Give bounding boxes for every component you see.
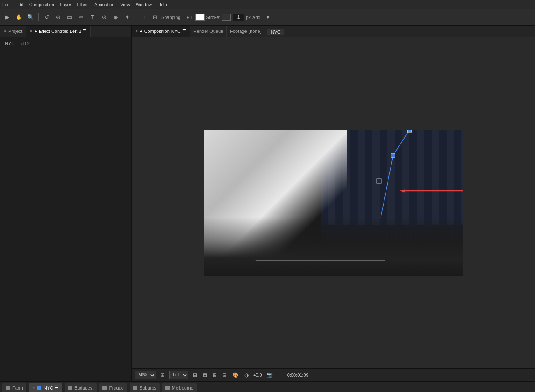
fill-label: Fill: xyxy=(187,15,194,20)
ruler-btn[interactable]: ⊟ xyxy=(221,372,228,378)
tab-composition[interactable]: ✕ ● Composition NYC ☰ xyxy=(132,26,190,37)
snapping-btn[interactable]: ⊟ xyxy=(150,12,160,22)
anchor-tool[interactable]: ⊕ xyxy=(53,12,63,22)
tl-tab-farm-label: Farm xyxy=(12,385,23,390)
tl-tab-melbourne-label: Melbourne xyxy=(172,385,193,390)
effect-controls-tab-subtitle: Left 2 xyxy=(70,29,81,34)
toolbar-sep-3 xyxy=(184,13,184,21)
left-panel: ✕ Project ✕ ● Effect Controls Left 2 ☰ N… xyxy=(0,26,132,381)
effect-controls-menu-icon[interactable]: ☰ xyxy=(83,28,87,34)
bottom-section: Farm ✕ NYC ☰ Budapest Prague Suburbs Mel… xyxy=(0,381,535,392)
toolbar: ▶ ✋ 🔍 ↺ ⊕ ▭ ✏ T ⊘ ◈ ✦ ◻ ⊟ Snapping Fill:… xyxy=(0,9,535,26)
timeline-tabs: Farm ✕ NYC ☰ Budapest Prague Suburbs Mel… xyxy=(0,382,535,392)
fill-color-swatch[interactable] xyxy=(195,14,205,21)
menu-edit[interactable]: Edit xyxy=(16,2,23,7)
render-queue-label: Render Queue xyxy=(193,29,223,34)
comp-tab-close[interactable]: ✕ xyxy=(135,29,138,33)
comp-tab-label: Composition xyxy=(144,29,170,34)
panel-breadcrumb: NYC · Left 2 xyxy=(2,39,129,48)
stroke-width-input[interactable] xyxy=(233,14,244,21)
right-panel: ✕ ● Composition NYC ☰ Render Queue Foota… xyxy=(132,26,535,381)
brush-tool[interactable]: ⊘ xyxy=(99,12,109,22)
comp-name-tab-nyc[interactable]: NYC xyxy=(268,29,284,35)
exposure-value: +0.0 xyxy=(253,373,262,378)
tl-tab-prague-label: Prague xyxy=(109,385,123,390)
tl-tab-melbourne[interactable]: Melbourne xyxy=(162,383,197,392)
menu-bar: File Edit Composition Layer Effect Anima… xyxy=(0,0,535,9)
tl-tab-nyc-menu[interactable]: ☰ xyxy=(55,385,59,390)
tl-tab-nyc-close[interactable]: ✕ xyxy=(32,385,35,390)
menu-window[interactable]: Window xyxy=(136,2,152,7)
puppet-tool[interactable]: ✦ xyxy=(122,12,132,22)
hand-tool[interactable]: ✋ xyxy=(14,12,24,22)
comp-tabs: ✕ ● Composition NYC ☰ Render Queue Foota… xyxy=(132,26,535,37)
text-tool[interactable]: T xyxy=(88,12,98,22)
select-tool[interactable]: ▶ xyxy=(2,12,12,22)
px-label: px xyxy=(246,15,251,20)
tl-tab-farm[interactable]: Farm xyxy=(2,383,26,392)
tl-tab-budapest-label: Budapest xyxy=(74,385,93,390)
zoom-dropdown[interactable]: 50% xyxy=(135,371,156,379)
effect-controls-tab-close[interactable]: ✕ xyxy=(29,29,33,33)
tab-footage[interactable]: Footage (none) xyxy=(227,26,265,37)
viewer-bottom-controls: 50% ⊞ Full ⊟ ⊠ ⊞ ⊟ 🎨 ◑ +0.0 📷 ◻ 0:00:01:… xyxy=(132,368,535,381)
project-tab-label: Project xyxy=(8,29,22,34)
stroke-label: Stroke: xyxy=(206,15,221,20)
rotate-tool[interactable]: ↺ xyxy=(42,12,51,22)
street-scene xyxy=(204,130,463,276)
comp-canvas xyxy=(204,130,463,276)
color-picker-btn[interactable]: 🎨 xyxy=(231,372,240,378)
zoom-tool[interactable]: 🔍 xyxy=(26,12,35,22)
exposure-btn[interactable]: ◑ xyxy=(243,372,250,378)
menu-layer[interactable]: Layer xyxy=(60,2,72,7)
tab-render-queue[interactable]: Render Queue xyxy=(190,26,227,37)
menu-file[interactable]: File xyxy=(2,2,10,7)
footage-subtitle: (none) xyxy=(249,29,262,34)
menu-composition[interactable]: Composition xyxy=(29,2,54,7)
tab-effect-controls[interactable]: ✕ ● Effect Controls Left 2 ☰ xyxy=(26,26,91,37)
pen-tool[interactable]: ✏ xyxy=(76,12,86,22)
region-btn[interactable]: ⊟ xyxy=(192,372,198,378)
panels-row: ✕ Project ✕ ● Effect Controls Left 2 ☰ N… xyxy=(0,26,535,381)
snapshot-btn[interactable]: 📷 xyxy=(265,372,274,378)
tl-tab-suburbs-label: Suburbs xyxy=(140,385,156,390)
snapping-label: Snapping xyxy=(161,15,181,20)
toolbar-sep-2 xyxy=(135,13,135,21)
tl-tab-suburbs[interactable]: Suburbs xyxy=(130,383,160,392)
fit-viewer-btn[interactable]: ⊞ xyxy=(159,372,166,378)
project-tab-close[interactable]: ✕ xyxy=(3,29,7,33)
stamp-tool[interactable]: ◈ xyxy=(111,12,121,22)
tl-tab-nyc[interactable]: ✕ NYC ☰ xyxy=(29,383,62,392)
stroke-color-swatch[interactable] xyxy=(222,14,231,21)
effect-controls-tab-label: Effect Controls xyxy=(39,29,68,34)
shape-tool[interactable]: ◻ xyxy=(138,12,148,22)
tab-project[interactable]: ✕ Project xyxy=(0,26,26,37)
tl-tab-nyc-label: NYC xyxy=(44,385,53,390)
footage-label: Footage xyxy=(230,29,247,34)
quality-dropdown[interactable]: Full xyxy=(169,371,188,379)
viewer-area[interactable] xyxy=(132,37,535,368)
left-panel-content: NYC · Left 2 xyxy=(0,37,131,381)
rect-tool[interactable]: ▭ xyxy=(65,12,74,22)
menu-view[interactable]: View xyxy=(120,2,130,7)
fill-stroke-group: Fill: Stroke: px Add: ▾ xyxy=(187,12,273,22)
show-snapshot-btn[interactable]: ◻ xyxy=(277,372,284,378)
tl-tab-prague[interactable]: Prague xyxy=(99,383,127,392)
transparency-btn[interactable]: ⊠ xyxy=(202,372,208,378)
toolbar-sep-1 xyxy=(38,13,39,21)
add-dropdown-btn[interactable]: ▾ xyxy=(263,12,273,22)
tl-tab-budapest[interactable]: Budapest xyxy=(65,383,97,392)
menu-help[interactable]: Help xyxy=(158,2,167,7)
add-label: Add: xyxy=(252,15,262,20)
comp-tab-subtitle: NYC xyxy=(171,29,181,34)
panel-tabs: ✕ Project ✕ ● Effect Controls Left 2 ☰ xyxy=(0,26,131,37)
menu-effect[interactable]: Effect xyxy=(77,2,88,7)
comp-tab-menu[interactable]: ☰ xyxy=(182,28,186,34)
grid-btn[interactable]: ⊞ xyxy=(212,372,218,378)
viewer-timecode: 0:00:01:09 xyxy=(287,373,309,378)
menu-animation[interactable]: Animation xyxy=(94,2,114,7)
